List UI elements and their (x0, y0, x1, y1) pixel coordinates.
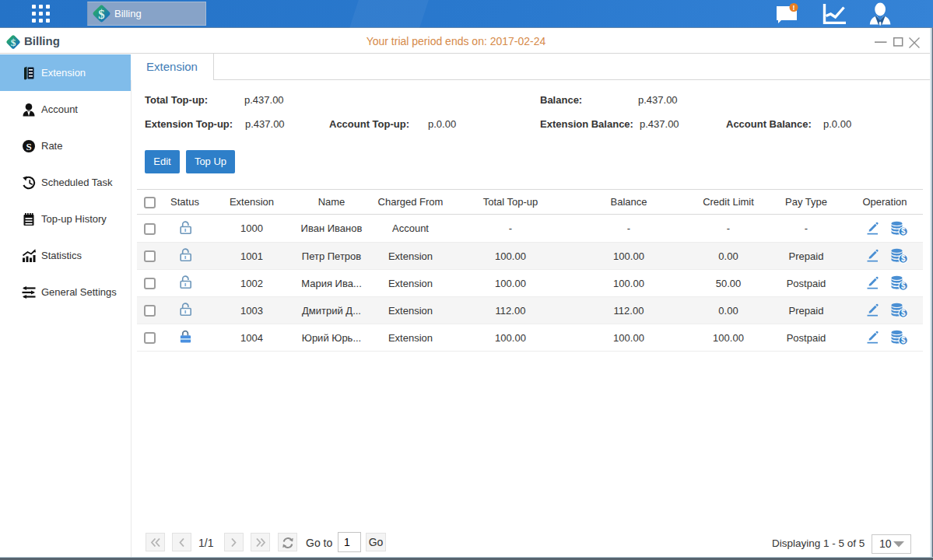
svg-text:$: $ (901, 282, 906, 290)
svg-text:!: ! (793, 4, 795, 12)
svg-text:$: $ (98, 7, 104, 22)
svg-text:$: $ (901, 254, 906, 263)
svg-text:$: $ (901, 227, 906, 236)
svg-text:$: $ (901, 336, 906, 345)
svg-text:S: S (26, 140, 31, 152)
svg-text:$: $ (901, 309, 906, 317)
